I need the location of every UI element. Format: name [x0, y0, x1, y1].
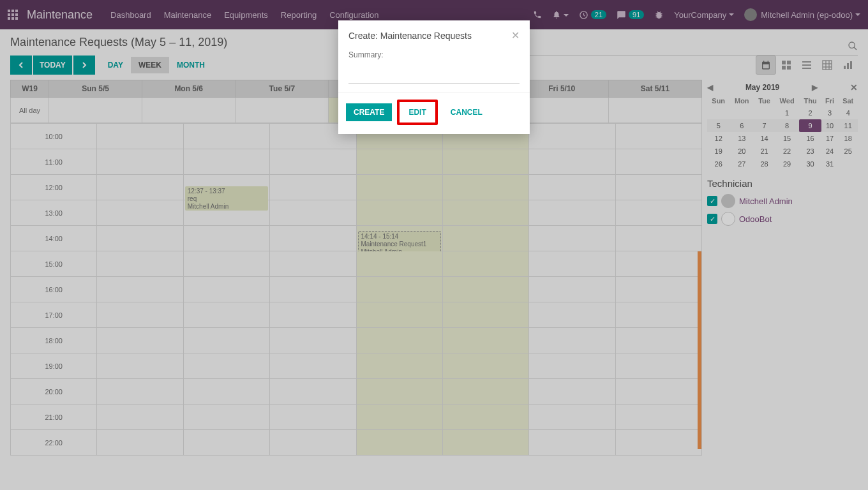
create-button[interactable]: CREATE [346, 103, 392, 121]
edit-highlight: EDIT [397, 100, 437, 125]
summary-label: Summary: [348, 50, 520, 59]
close-icon[interactable]: ✕ [511, 29, 520, 41]
edit-button[interactable]: EDIT [401, 103, 433, 121]
modal-title: Create: Maintenance Requests [348, 31, 472, 41]
cancel-button[interactable]: CANCEL [443, 103, 490, 121]
summary-input[interactable] [348, 68, 520, 84]
create-modal: Create: Maintenance Requests ✕ Summary: … [338, 20, 530, 134]
